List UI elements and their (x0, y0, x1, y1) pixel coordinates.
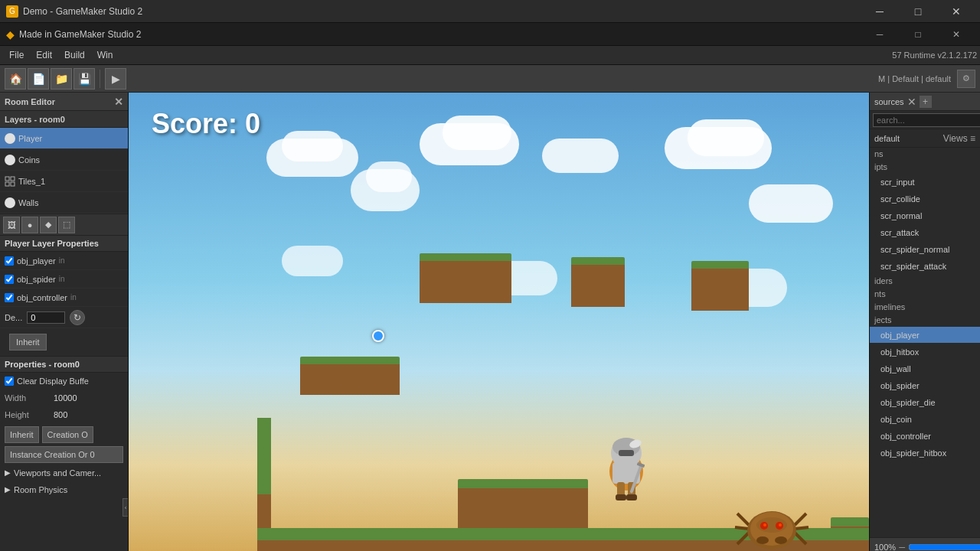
depth-refresh-btn[interactable]: ↻ (70, 310, 85, 325)
platform-mid (571, 257, 625, 307)
layer-tool-2[interactable]: ● (21, 217, 38, 233)
viewports-item[interactable]: ▶ Viewports and Camer... (0, 465, 128, 481)
resources-close-icon[interactable]: ✕ (907, 96, 916, 108)
close-button[interactable]: ✕ (939, 0, 974, 23)
group-nts[interactable]: nts (870, 288, 980, 301)
obj-player-res-label: obj_player (880, 331, 920, 340)
group-jects[interactable]: jects (870, 314, 980, 327)
save-btn[interactable]: 📁 (51, 68, 72, 90)
game-canvas: Score: 0 (129, 93, 869, 551)
spider-enemy (733, 498, 810, 551)
obj-player-checkbox[interactable] (5, 256, 14, 266)
inner-maximize[interactable]: □ (900, 23, 936, 46)
resources-header: sources ✕ + (870, 93, 980, 111)
game-viewport[interactable]: Score: 0 (129, 93, 869, 551)
room-editor-label: Room Editor (5, 97, 55, 106)
saveas-btn[interactable]: 💾 (74, 68, 95, 90)
resource-scr-normal[interactable]: scr_normal (870, 207, 980, 224)
instance-creation-btn[interactable]: Instance Creation Or 0 (5, 446, 123, 463)
menu-file[interactable]: File (3, 48, 30, 62)
group-ns-label: ns (874, 149, 884, 158)
player-layer-props-title: Player Layer Properties (0, 235, 128, 252)
width-value: 10000 (54, 393, 77, 403)
blue-cursor (372, 330, 384, 342)
props-room0-title: Properties - room0 (0, 356, 128, 373)
resource-obj-player[interactable]: obj_player (870, 327, 980, 344)
resources-label: sources (874, 97, 904, 106)
collapse-panel-btn[interactable]: ‹ (122, 498, 129, 517)
resource-obj-hitbox[interactable]: obj_hitbox (870, 344, 980, 360)
clear-display-row: Clear Display Buffe (0, 373, 128, 390)
resources-scroll[interactable]: ns ipts scr_input scr_collide scr_normal… (870, 148, 980, 537)
score-value: 0 (245, 108, 260, 139)
resource-obj-spider-hitbox[interactable]: obj_spider_hitbox (870, 445, 980, 461)
menu-win[interactable]: Win (91, 48, 119, 62)
resource-obj-wall[interactable]: obj_wall (870, 360, 980, 377)
inherit-row: Inherit (0, 328, 128, 356)
layer-tiles-label: Tiles_1 (18, 177, 45, 186)
clear-display-checkbox[interactable] (5, 377, 14, 386)
room-physics-item[interactable]: ▶ Room Physics (0, 481, 128, 498)
zoom-separator: ─ (899, 543, 905, 552)
menu-edit[interactable]: Edit (30, 48, 58, 62)
width-label: Width (5, 393, 51, 403)
inner-close[interactable]: ✕ (939, 23, 974, 46)
resource-obj-spider[interactable]: obj_spider (870, 377, 980, 394)
score-label: Score: (152, 108, 237, 139)
layer-dot-player (5, 133, 15, 144)
resource-obj-controller[interactable]: obj_controller (870, 428, 980, 445)
obj-controller-suffix: in (70, 293, 77, 302)
settings-btn[interactable]: ⚙ (957, 70, 975, 88)
player-layer-props-label: Player Layer Properties (5, 239, 99, 248)
search-input[interactable] (873, 113, 980, 127)
svg-line-17 (735, 527, 749, 529)
group-ns[interactable]: ns (870, 148, 980, 161)
obj-spider-name: obj_spider (17, 275, 56, 284)
group-iders[interactable]: iders (870, 275, 980, 288)
prop-buttons-row: Inherit Creation O (0, 423, 128, 446)
menu-build[interactable]: Build (58, 48, 91, 62)
resource-scr-attack[interactable]: scr_attack (870, 224, 980, 241)
zoom-slider[interactable] (908, 544, 980, 550)
main-layout: Room Editor ✕ Layers - room0 Player Coin… (0, 93, 980, 551)
layer-coins[interactable]: Coins (0, 149, 128, 171)
resource-obj-coin[interactable]: obj_coin (870, 411, 980, 428)
layer-tiles[interactable]: Tiles_1 (0, 171, 128, 192)
resource-scr-spider-attack[interactable]: scr_spider_attack (870, 258, 980, 275)
resource-scr-input[interactable]: scr_input (870, 174, 980, 191)
viewports-label: Viewports and Camer... (14, 468, 101, 478)
height-row: Height 800 (0, 406, 128, 423)
layer-player[interactable]: Player (0, 128, 128, 149)
inner-minimize[interactable]: ─ (862, 23, 897, 46)
obj-wall-label: obj_wall (880, 364, 911, 373)
inherit-btn2[interactable]: Inherit (5, 426, 39, 443)
group-jects-label: jects (874, 315, 892, 324)
resource-scr-spider-normal[interactable]: scr_spider_normal (870, 241, 980, 258)
open-btn[interactable]: 📄 (28, 68, 49, 90)
minimize-button[interactable]: ─ (862, 0, 897, 23)
maximize-button[interactable]: □ (900, 0, 936, 23)
cloud-1b (282, 131, 343, 161)
resources-add-btn[interactable]: + (920, 96, 932, 108)
run-btn[interactable]: ▶ (105, 68, 126, 90)
inherit-button[interactable]: Inherit (9, 334, 47, 350)
obj-controller-checkbox[interactable] (5, 293, 14, 302)
creation-btn[interactable]: Creation O (42, 426, 93, 443)
obj-hitbox-label: obj_hitbox (880, 347, 919, 357)
svg-rect-15 (626, 494, 637, 500)
resource-obj-spider-die[interactable]: obj_spider_die (870, 394, 980, 411)
svg-rect-8 (619, 450, 634, 456)
obj-spider-checkbox[interactable] (5, 275, 14, 284)
views-button[interactable]: Views ≡ (943, 133, 975, 144)
layer-tool-1[interactable]: 🖼 (3, 217, 20, 233)
depth-input[interactable] (27, 311, 65, 324)
panel-close-icon[interactable]: ✕ (114, 96, 123, 108)
layer-walls[interactable]: Walls (0, 192, 128, 214)
resource-scr-collide[interactable]: scr_collide (870, 191, 980, 207)
svg-rect-14 (616, 494, 626, 500)
group-imelines[interactable]: imelines (870, 301, 980, 314)
layer-tool-4[interactable]: ⬚ (58, 217, 75, 233)
layer-tool-3[interactable]: ◆ (40, 217, 57, 233)
group-ipts[interactable]: ipts (870, 161, 980, 174)
new-btn[interactable]: 🏠 (5, 68, 26, 90)
